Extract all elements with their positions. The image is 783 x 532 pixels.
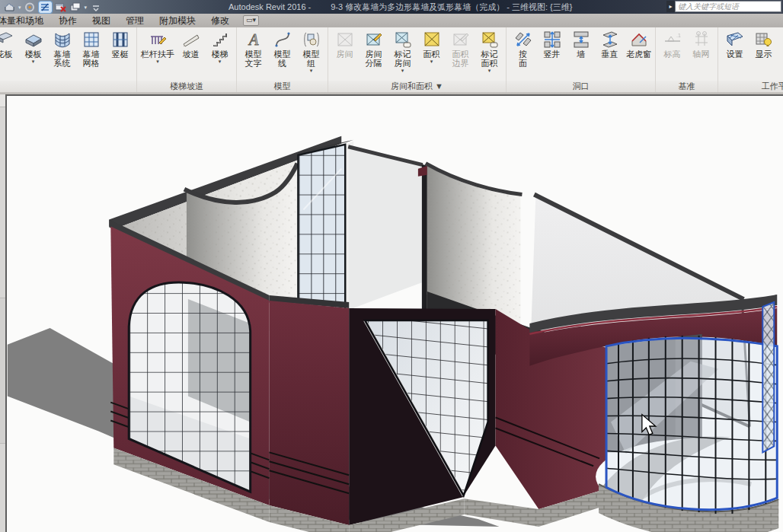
side-panel-segment: [0, 444, 5, 532]
search-input[interactable]: [675, 1, 781, 12]
area-label: 面积: [423, 49, 440, 59]
tag-room-button[interactable]: 标记房间▾: [388, 29, 417, 74]
collapsed-side-panel-edge[interactable]: [0, 94, 5, 532]
stair-dropdown-caret[interactable]: ▾: [219, 59, 222, 64]
model-group-button[interactable]: 模型组▾: [297, 29, 325, 74]
tab-6[interactable]: 修改: [203, 14, 237, 27]
panel-build-buttons: 花板楼板▾幕墙系统幕墙网格竖梃: [0, 27, 136, 81]
tag-area-icon: [480, 30, 500, 49]
thin-lines-icon[interactable]: [39, 2, 52, 13]
tag-area-label: 标记面积: [481, 49, 498, 68]
dormer-button[interactable]: 老虎窗: [625, 29, 653, 59]
tab-5[interactable]: 附加模块: [152, 14, 203, 27]
tab-1[interactable]: 体量和场地: [0, 14, 51, 27]
app-title: Autodesk Revit 2016 -: [229, 2, 311, 11]
model-text-icon: A: [244, 30, 264, 49]
area-dropdown-caret[interactable]: ▾: [430, 59, 433, 64]
panel-opening-title[interactable]: 洞口: [507, 81, 655, 92]
title-bar: ▾▾ Autodesk Revit 2016 -9-3 修改幕墙为多边形幕墙及弧…: [0, 0, 783, 14]
drawing-area[interactable]: [5, 94, 783, 532]
vertical-opening-label: 垂直: [602, 49, 618, 59]
default-3d-view-menu-caret[interactable]: ▾: [18, 2, 21, 13]
side-panel-segment: [0, 94, 5, 107]
tab-4[interactable]: 管理: [118, 14, 152, 27]
ribbon-tab-bar: 体量和场地协作视图管理附加模块修改▭▾: [0, 14, 783, 27]
floor-dropdown-caret[interactable]: ▾: [32, 59, 35, 64]
grid-label: 轴网: [693, 49, 710, 59]
curtain-grid-button[interactable]: 幕墙网格: [77, 29, 105, 68]
customize-qat-menu-icon[interactable]: [89, 2, 102, 13]
grid-button: 轴网: [687, 29, 715, 59]
model-text-button[interactable]: A模型文字: [239, 29, 267, 68]
side-panel-segment: [0, 298, 5, 444]
level-button: .1标高: [658, 29, 686, 59]
svg-text:A: A: [247, 31, 258, 48]
panel-model-title[interactable]: 模型: [237, 81, 328, 92]
tag-area-button[interactable]: 标记面积▾: [475, 29, 503, 74]
ceiling-button[interactable]: 花板: [0, 29, 18, 59]
close-hidden-windows-icon[interactable]: [54, 2, 67, 13]
panel-work-plane-title[interactable]: 工作平面: [718, 81, 783, 92]
steering-wheel-icon[interactable]: [24, 2, 37, 13]
model-group-dropdown-caret[interactable]: ▾: [310, 68, 313, 73]
search-expand-icon[interactable]: ▸: [666, 1, 675, 12]
ramp-label: 坡道: [183, 49, 200, 59]
shaft-label: 竖井: [544, 49, 561, 59]
switch-windows-menu-caret[interactable]: ▾: [85, 2, 88, 13]
model-group-icon: [302, 30, 321, 49]
railing-dropdown-caret[interactable]: ▾: [156, 59, 159, 64]
floor-button[interactable]: 楼板▾: [19, 29, 47, 65]
curtain-system-button[interactable]: 幕墙系统: [48, 29, 76, 68]
panel-room-area-title[interactable]: 房间和面积 ▼: [328, 81, 506, 92]
panel-datum-title[interactable]: 基准: [656, 81, 717, 92]
switch-windows-icon[interactable]: [69, 2, 82, 13]
stair-icon: [210, 30, 230, 49]
set-workplane-icon: [725, 30, 745, 49]
room-separator-button[interactable]: 房间分隔: [360, 29, 388, 68]
default-3d-view-icon[interactable]: [3, 2, 16, 13]
model-group-label: 模型组: [303, 49, 320, 68]
panel-stairs-ramps: 栏杆扶手▾坡道楼梯▾楼梯坡道: [137, 27, 237, 92]
panel-opening-buttons: 按面竖井墙垂直老虎窗: [507, 27, 655, 81]
panel-room-area: 房间房间分隔标记房间▾面积▾面积边界标记面积▾房间和面积 ▼: [328, 27, 507, 92]
tab-2[interactable]: 协作: [51, 14, 85, 27]
ribbon-display-toggle[interactable]: ▭▾: [243, 15, 259, 26]
ribbon: 花板楼板▾幕墙系统幕墙网格竖梃栏杆扶手▾坡道楼梯▾楼梯坡道A模型文字模型线模型组…: [0, 27, 783, 93]
stair-button[interactable]: 楼梯▾: [206, 29, 234, 65]
panel-datum: .1标高轴网基准: [656, 27, 718, 92]
show-workplane-button[interactable]: 显示: [749, 29, 778, 59]
ref-plane-button: 参照平面: [778, 29, 783, 68]
model-line-button[interactable]: 模型线: [268, 29, 296, 68]
floor-icon: [24, 30, 43, 49]
panel-model-buttons: A模型文字模型线模型组▾: [237, 27, 328, 81]
shaft-icon: [542, 30, 562, 49]
railing-button[interactable]: 栏杆扶手▾: [139, 29, 176, 65]
mullion-icon: [110, 30, 130, 49]
wall-opening-icon: [571, 30, 591, 49]
room-button: 房间: [331, 29, 359, 59]
panel-stairs-ramps-title[interactable]: 楼梯坡道: [137, 81, 236, 92]
revit-window: ▾▾ Autodesk Revit 2016 -9-3 修改幕墙为多边形幕墙及弧…: [0, 0, 783, 532]
by-face-button[interactable]: 按面: [509, 29, 537, 68]
tab-3[interactable]: 视图: [85, 14, 118, 27]
panel-work-plane-buttons: 设置显示参照平面查看器: [718, 27, 783, 81]
tag-area-dropdown-caret[interactable]: ▾: [488, 68, 491, 73]
curtain-system-icon: [53, 30, 72, 49]
panel-model: A模型文字模型线模型组▾模型: [237, 27, 328, 92]
side-panel-segment: [0, 107, 5, 298]
room-separator-icon: [364, 30, 384, 49]
shaft-button[interactable]: 竖井: [538, 29, 566, 59]
railing-label: 栏杆扶手: [141, 49, 174, 59]
mullion-button[interactable]: 竖梃: [106, 29, 134, 59]
ceiling-icon: [0, 30, 14, 49]
ramp-button[interactable]: 坡道: [177, 29, 205, 59]
mullion-label: 竖梃: [112, 49, 129, 59]
area-button[interactable]: 面积▾: [417, 29, 446, 65]
tag-room-dropdown-caret[interactable]: ▾: [401, 68, 404, 73]
set-workplane-button[interactable]: 设置: [721, 29, 749, 59]
panel-stairs-ramps-buttons: 栏杆扶手▾坡道楼梯▾: [137, 27, 236, 81]
wall-opening-button[interactable]: 墙: [567, 29, 595, 59]
quick-access-toolbar: ▾▾: [3, 1, 102, 13]
curtain-grid-label: 幕墙网格: [83, 49, 100, 68]
vertical-opening-button[interactable]: 垂直: [596, 29, 624, 59]
